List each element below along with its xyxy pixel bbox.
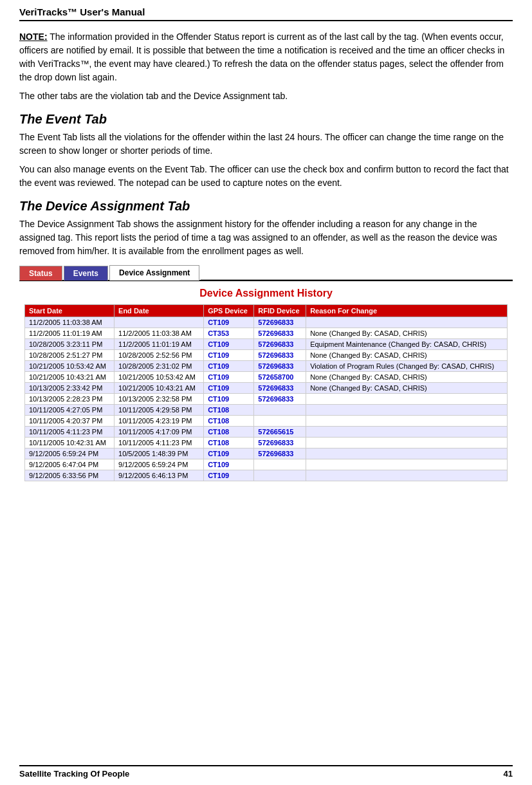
table-cell <box>306 416 508 427</box>
table-cell: CT353 <box>204 328 254 339</box>
table-cell <box>306 317 508 328</box>
table-row: 10/11/2005 4:20:37 PM10/11/2005 4:23:19 … <box>25 416 508 427</box>
table-cell: CT108 <box>204 427 254 438</box>
table-body: 11/2/2005 11:03:38 AMCT10957269683311/2/… <box>25 317 508 481</box>
table-cell: 572696833 <box>254 448 306 459</box>
table-cell: 9/12/2005 6:46:13 PM <box>115 470 204 481</box>
note-bold: NOTE: <box>19 32 48 42</box>
table-cell: Violation of Program Rules (Changed By: … <box>306 361 508 372</box>
table-cell: 10/11/2005 4:17:09 PM <box>115 427 204 438</box>
table-cell: 10/28/2005 2:31:02 PM <box>115 361 204 372</box>
table-cell <box>254 416 306 427</box>
table-cell: 9/12/2005 6:59:24 PM <box>25 448 115 459</box>
table-cell: None (Changed By: CASAD, CHRIS) <box>306 350 508 361</box>
table-cell: 10/21/2005 10:53:42 AM <box>115 372 204 383</box>
table-cell: 572658700 <box>254 372 306 383</box>
table-header-row: Start Date End Date GPS Device RFID Devi… <box>25 305 508 317</box>
note-paragraph1: NOTE: The information provided in the Of… <box>19 30 513 84</box>
tabs-row: Status Events Device Assignment <box>19 264 513 281</box>
page-wrapper: VeriTracks™ User's Manual NOTE: The info… <box>0 0 532 785</box>
table-row: 10/11/2005 4:11:23 PM10/11/2005 4:17:09 … <box>25 427 508 438</box>
table-cell: 9/12/2005 6:59:24 PM <box>115 459 204 470</box>
table-cell: Equipment Maintenance (Changed By: CASAD… <box>306 339 508 350</box>
table-cell: 572696833 <box>254 361 306 372</box>
table-cell: 10/28/2005 2:52:56 PM <box>115 350 204 361</box>
table-cell: 572696833 <box>254 383 306 394</box>
col-end-date: End Date <box>115 305 204 317</box>
table-cell: CT108 <box>204 416 254 427</box>
event-section-body: The Event Tab lists all the violations f… <box>19 131 513 190</box>
device-para1: The Device Assignment Tab shows the assi… <box>19 217 513 258</box>
page-header: VeriTracks™ User's Manual <box>19 6 513 21</box>
table-cell: 10/11/2005 4:11:23 PM <box>25 427 115 438</box>
tab-events[interactable]: Events <box>64 266 108 281</box>
table-cell: CT109 <box>204 394 254 405</box>
table-cell: 572696833 <box>254 339 306 350</box>
table-cell: 10/11/2005 4:11:23 PM <box>115 438 204 448</box>
table-cell <box>306 438 508 448</box>
table-cell <box>306 470 508 481</box>
table-cell: 572696833 <box>254 317 306 328</box>
footer-left: Satellite Tracking Of People <box>19 769 129 779</box>
table-cell: 11/2/2005 11:01:19 AM <box>115 339 204 350</box>
table-cell <box>306 459 508 470</box>
footer-right: 41 <box>504 769 513 779</box>
table-cell <box>306 405 508 416</box>
event-section-heading: The Event Tab <box>19 112 513 127</box>
note-paragraph2: The other tabs are the violation tab and… <box>19 89 513 103</box>
tab-content: Device Assignment History Start Date End… <box>19 281 513 488</box>
table-row: 10/13/2005 2:33:42 PM10/21/2005 10:43:21… <box>25 383 508 394</box>
table-cell: 572665615 <box>254 427 306 438</box>
device-section-heading: The Device Assignment Tab <box>19 199 513 214</box>
tab-status[interactable]: Status <box>19 266 62 281</box>
table-cell: 10/11/2005 10:42:31 AM <box>25 438 115 448</box>
table-cell: 572696833 <box>254 328 306 339</box>
table-cell: 10/21/2005 10:53:42 AM <box>25 361 115 372</box>
table-cell <box>254 470 306 481</box>
table-cell: 572696833 <box>254 394 306 405</box>
table-cell: 10/11/2005 4:29:58 PM <box>115 405 204 416</box>
col-reason: Reason For Change <box>306 305 508 317</box>
table-cell: None (Changed By: CASAD, CHRIS) <box>306 383 508 394</box>
table-cell: 11/2/2005 11:01:19 AM <box>25 328 115 339</box>
event-para2: You can also manage events on the Event … <box>19 163 513 190</box>
event-para1: The Event Tab lists all the violations f… <box>19 131 513 158</box>
table-row: 10/28/2005 2:51:27 PM10/28/2005 2:52:56 … <box>25 350 508 361</box>
table-cell: 10/11/2005 4:23:19 PM <box>115 416 204 427</box>
table-cell <box>306 394 508 405</box>
table-cell: CT109 <box>204 361 254 372</box>
table-row: 10/21/2005 10:53:42 AM10/28/2005 2:31:02… <box>25 361 508 372</box>
table-cell: CT109 <box>204 470 254 481</box>
col-gps-device: GPS Device <box>204 305 254 317</box>
table-row: 11/2/2005 11:01:19 AM11/2/2005 11:03:38 … <box>25 328 508 339</box>
device-section: The Device Assignment Tab The Device Ass… <box>19 199 513 258</box>
table-cell: 10/28/2005 2:51:27 PM <box>25 350 115 361</box>
table-cell <box>254 459 306 470</box>
table-cell: 10/13/2005 2:32:58 PM <box>115 394 204 405</box>
table-cell: 9/12/2005 6:47:04 PM <box>25 459 115 470</box>
table-cell: CT109 <box>204 372 254 383</box>
table-header: Start Date End Date GPS Device RFID Devi… <box>25 305 508 317</box>
table-cell: 10/21/2005 10:43:21 AM <box>115 383 204 394</box>
col-rfid-device: RFID Device <box>254 305 306 317</box>
table-cell: 10/13/2005 2:33:42 PM <box>25 383 115 394</box>
table-cell: 9/12/2005 6:33:56 PM <box>25 470 115 481</box>
table-cell: None (Changed By: CASAD, CHRIS) <box>306 328 508 339</box>
table-row: 10/11/2005 4:27:05 PM10/11/2005 4:29:58 … <box>25 405 508 416</box>
table-row: 9/12/2005 6:59:24 PM10/5/2005 1:48:39 PM… <box>25 448 508 459</box>
table-cell: 10/13/2005 2:28:23 PM <box>25 394 115 405</box>
table-row: 9/12/2005 6:47:04 PM9/12/2005 6:59:24 PM… <box>25 459 508 470</box>
table-cell: CT109 <box>204 459 254 470</box>
table-row: 10/28/2005 3:23:11 PM11/2/2005 11:01:19 … <box>25 339 508 350</box>
table-cell: 10/11/2005 4:20:37 PM <box>25 416 115 427</box>
table-row: 10/21/2005 10:43:21 AM10/21/2005 10:53:4… <box>25 372 508 383</box>
history-title: Device Assignment History <box>24 288 508 299</box>
table-row: 11/2/2005 11:03:38 AMCT109572696833 <box>25 317 508 328</box>
table-cell: CT109 <box>204 339 254 350</box>
table-cell: CT109 <box>204 317 254 328</box>
table-cell: 10/11/2005 4:27:05 PM <box>25 405 115 416</box>
table-cell: 572696833 <box>254 350 306 361</box>
table-cell: CT108 <box>204 405 254 416</box>
tab-device-assignment[interactable]: Device Assignment <box>109 265 199 281</box>
page-footer: Satellite Tracking Of People 41 <box>19 765 513 779</box>
